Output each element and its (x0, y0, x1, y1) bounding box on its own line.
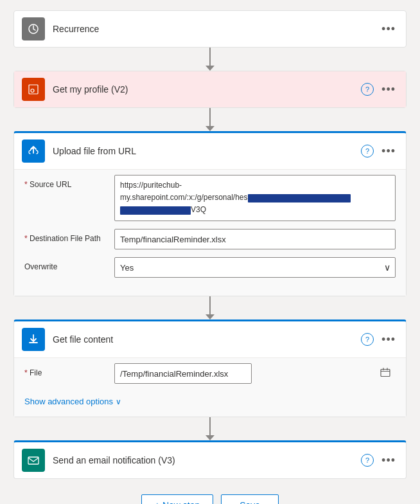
card-send-email-header: Send an email notification (V3) ? ••• (14, 442, 406, 478)
new-step-button[interactable]: + New step (141, 494, 213, 504)
source-url-text: https://puritechub- my.sharepoint.com/:x… (120, 179, 390, 217)
upload-file-title: Upload file from URL (53, 146, 361, 156)
upload-file-menu-button[interactable]: ••• (379, 143, 398, 159)
source-url-row: Source URL https://puritechub- my.sharep… (24, 175, 396, 221)
card-get-profile: O Get my profile (V2) ? ••• (13, 71, 407, 108)
source-url-input-wrapper[interactable]: https://puritechub- my.sharepoint.com/:x… (114, 175, 396, 221)
get-file-content-help-button[interactable]: ? (361, 333, 374, 346)
connector-arrow-2 (206, 126, 214, 131)
card-get-profile-header: O Get my profile (V2) ? ••• (14, 71, 406, 107)
file-label: File (24, 363, 114, 377)
card-recurrence: Recurrence ••• (13, 10, 407, 48)
email-icon (22, 449, 45, 472)
upload-file-help-button[interactable]: ? (361, 145, 374, 158)
card-get-file-content: Get file content ? ••• File (13, 320, 407, 417)
dest-path-row: Destination File Path Temp/financialRemi… (24, 229, 396, 249)
advanced-chevron-icon: ∨ (116, 397, 121, 406)
overwrite-row: Overwrite Yes No ∨ (24, 257, 396, 278)
file-input[interactable] (114, 363, 252, 384)
connector-line-3 (209, 296, 211, 314)
connector-arrow-3 (206, 314, 214, 320)
overwrite-select-wrapper: Yes No ∨ (114, 257, 396, 278)
upload-file-actions: ? ••• (361, 143, 398, 159)
recurrence-actions: ••• (379, 21, 398, 37)
connector-2 (206, 108, 214, 131)
connector-arrow-1 (206, 66, 214, 71)
upload-file-body: Source URL https://puritechub- my.sharep… (14, 169, 406, 296)
file-input-wrapper (114, 363, 396, 384)
get-file-content-body: File Show advanced options ∨ (14, 357, 406, 417)
get-profile-actions: ? ••• (361, 82, 398, 98)
get-profile-menu-button[interactable]: ••• (379, 82, 398, 98)
show-advanced-button[interactable]: Show advanced options ∨ (24, 392, 121, 406)
office-icon: O (22, 78, 45, 101)
overwrite-label: Overwrite (24, 257, 114, 271)
connector-1 (206, 48, 214, 71)
send-email-help-button[interactable]: ? (361, 454, 374, 467)
recurrence-icon (22, 17, 45, 40)
card-upload-file: Upload file from URL ? ••• Source URL ht… (13, 131, 407, 296)
bottom-bar: + New step Save (141, 494, 279, 504)
connector-arrow-4 (206, 435, 214, 440)
svg-rect-4 (28, 457, 39, 464)
send-email-actions: ? ••• (361, 453, 398, 469)
send-email-title: Send an email notification (V3) (53, 455, 361, 465)
card-send-email: Send an email notification (V3) ? ••• (13, 440, 407, 479)
get-profile-title: Get my profile (V2) (53, 84, 361, 94)
recurrence-menu-button[interactable]: ••• (379, 21, 398, 37)
card-get-file-content-header: Get file content ? ••• (14, 321, 406, 357)
get-file-content-actions: ? ••• (361, 332, 398, 348)
connector-line-1 (209, 48, 211, 66)
get-file-content-title: Get file content (53, 334, 361, 345)
file-row: File (24, 363, 396, 384)
connector-3 (206, 296, 214, 320)
file-browse-icon (380, 368, 390, 380)
cloud-download-icon (22, 328, 45, 351)
cloud-upload-icon (22, 140, 45, 163)
send-email-menu-button[interactable]: ••• (379, 453, 398, 469)
show-advanced-label: Show advanced options (24, 397, 113, 406)
overwrite-select[interactable]: Yes No (114, 257, 396, 278)
recurrence-title: Recurrence (53, 24, 379, 34)
save-button[interactable]: Save (221, 494, 279, 504)
connector-line-4 (209, 417, 211, 435)
get-profile-help-button[interactable]: ? (361, 83, 374, 96)
card-recurrence-header: Recurrence ••• (14, 11, 406, 47)
svg-text:O: O (30, 87, 35, 94)
connector-line-2 (209, 108, 211, 126)
svg-rect-3 (381, 370, 390, 377)
dest-path-label: Destination File Path (24, 229, 114, 243)
dest-path-input[interactable]: Temp/financialReminder.xlsx (114, 229, 396, 249)
source-url-label: Source URL (24, 175, 114, 189)
get-file-content-menu-button[interactable]: ••• (379, 332, 398, 348)
card-upload-file-header: Upload file from URL ? ••• (14, 133, 406, 169)
flow-container: Recurrence ••• O Get my profile (V2) ? •… (13, 10, 407, 504)
connector-4 (206, 417, 214, 440)
